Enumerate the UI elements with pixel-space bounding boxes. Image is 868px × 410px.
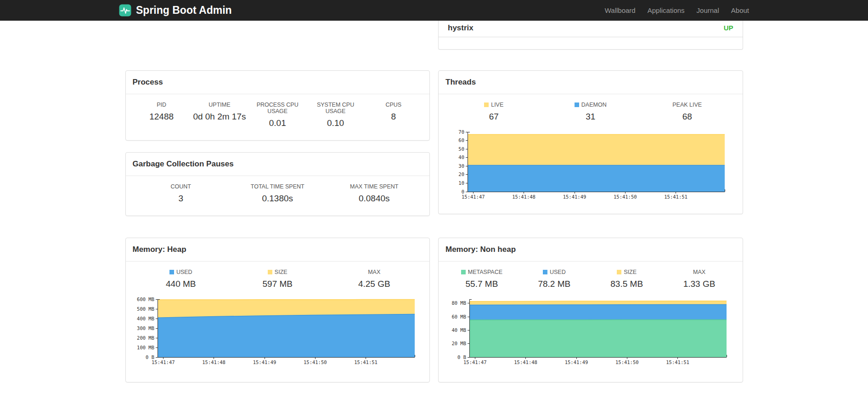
gc-panel-title: Garbage Collection Pauses [126,153,430,176]
heap-chart-container: 0 B100 MB200 MB300 MB400 MB500 MB600 MB1… [133,296,423,367]
legend-swatch-used [169,270,174,274]
svg-text:15:41:50: 15:41:50 [614,194,637,199]
metric-pid: PID 12488 [133,102,191,128]
svg-text:40: 40 [458,154,464,160]
svg-text:20: 20 [458,171,464,177]
svg-text:15:41:47: 15:41:47 [152,359,175,365]
metric-label: DAEMON [542,102,639,108]
threads-chart: 01020304050607015:41:4715:41:4815:41:491… [449,128,732,202]
threads-metrics: LIVE 67 DAEMON 31 PEAK LIVE 68 [445,102,736,122]
top-left-spacer [125,21,430,50]
metric-value: 0.01 [248,118,306,128]
legend-swatch-size [617,270,621,274]
legend-swatch-metaspace [461,270,466,274]
metric-value: 597 MB [229,279,326,289]
row-main: Process PID 12488 UPTIME 0d 0h 2m 17s [125,70,743,216]
svg-text:500 MB: 500 MB [137,306,154,312]
application-name[interactable]: hystrix [448,23,473,33]
svg-text:0 B: 0 B [146,354,154,360]
svg-text:30: 30 [458,163,464,169]
svg-text:15:41:49: 15:41:49 [563,194,586,199]
metric-label: USED [518,269,591,275]
page: Spring Boot Admin Wallboard Applications… [0,0,868,410]
metric-gc-total-time: TOTAL TIME SPENT 0.1380s [229,183,326,204]
svg-text:80 MB: 80 MB [451,300,466,306]
metric-label: PROCESS CPU USAGE [248,102,306,114]
metric-nonheap-metaspace: METASPACE 55.7 MB [445,269,518,289]
metric-value: 0.10 [306,118,364,128]
metric-label: PEAK LIVE [639,102,736,108]
metric-label: MAX [663,269,736,275]
legend-swatch-size [268,270,272,274]
gc-panel: Garbage Collection Pauses COUNT 3 TOTAL … [125,152,430,216]
metric-value: 3 [133,194,230,204]
memory-nonheap-panel-title: Memory: Non heap [439,238,743,262]
metric-nonheap-used: USED 78.2 MB [518,269,591,289]
metric-label: SIZE [229,269,326,275]
nav-link-wallboard[interactable]: Wallboard [605,6,636,14]
legend-swatch-live [484,102,489,107]
metric-gc-count: COUNT 3 [133,183,230,204]
nav-link-journal[interactable]: Journal [697,6,719,14]
svg-text:300 MB: 300 MB [137,325,154,331]
metric-value: 67 [445,112,542,122]
metric-value: 31 [542,112,639,122]
metric-label: COUNT [133,183,230,190]
spring-boot-admin-logo-icon [119,4,131,17]
metric-nonheap-max: MAX 1.33 GB [663,269,736,289]
metric-value: 12488 [133,112,191,122]
nav-link-applications[interactable]: Applications [648,6,685,14]
nav-link-about[interactable]: About [731,6,749,14]
svg-text:40 MB: 40 MB [451,327,466,333]
applications-panel: hystrix UP [438,21,743,50]
metric-label: UPTIME [191,102,248,108]
metric-uptime: UPTIME 0d 0h 2m 17s [191,102,248,128]
svg-text:60 MB: 60 MB [451,314,466,319]
metric-heap-used: USED 440 MB [133,269,230,289]
svg-text:50: 50 [458,146,464,152]
metric-nonheap-size: SIZE 83.5 MB [591,269,663,289]
brand-title: Spring Boot Admin [136,4,232,17]
metric-label: TOTAL TIME SPENT [229,183,326,190]
process-panel: Process PID 12488 UPTIME 0d 0h 2m 17s [125,70,430,141]
metric-system-cpu-usage: SYSTEM CPU USAGE 0.10 [306,102,364,128]
metric-value: 68 [639,112,736,122]
svg-text:10: 10 [458,180,464,186]
svg-text:400 MB: 400 MB [137,316,154,321]
svg-text:15:41:49: 15:41:49 [253,359,276,365]
metric-value: 78.2 MB [518,279,591,289]
metric-label: CPUS [365,102,423,108]
nonheap-chart-container: 0 B20 MB40 MB60 MB80 MB15:41:4715:41:481… [445,296,736,367]
svg-text:15:41:51: 15:41:51 [355,359,378,365]
memory-nonheap-chart: 0 B20 MB40 MB60 MB80 MB15:41:4715:41:481… [447,296,734,367]
metric-label: LIVE [445,102,542,108]
svg-text:70: 70 [458,129,464,135]
metric-value: 440 MB [133,279,230,289]
metric-label: USED [133,269,230,275]
row-top: hystrix UP [125,21,743,50]
brand-link[interactable]: Spring Boot Admin [119,4,232,17]
gc-metrics: COUNT 3 TOTAL TIME SPENT 0.1380s MAX TIM… [133,183,423,204]
threads-chart-container: 01020304050607015:41:4715:41:4815:41:491… [445,128,736,202]
threads-panel-title: Threads [439,71,743,94]
metric-value: 0.0840s [326,194,423,204]
metric-value: 8 [365,112,423,122]
svg-text:15:41:48: 15:41:48 [512,194,535,199]
process-metrics: PID 12488 UPTIME 0d 0h 2m 17s PROCESS CP… [133,102,423,128]
metric-label: SIZE [591,269,663,275]
metric-heap-max: MAX 4.25 GB [326,269,423,289]
svg-text:15:41:50: 15:41:50 [615,359,639,365]
svg-text:15:41:48: 15:41:48 [203,359,226,365]
svg-text:15:41:47: 15:41:47 [463,359,487,365]
legend-swatch-used [543,270,547,274]
svg-text:15:41:51: 15:41:51 [664,194,688,199]
svg-text:60: 60 [458,137,464,143]
content: hystrix UP Process PID 12488 [125,21,743,382]
navbar: Spring Boot Admin Wallboard Applications… [0,0,868,21]
svg-text:20 MB: 20 MB [451,341,466,346]
metric-threads-peak-live: PEAK LIVE 68 [639,102,736,122]
svg-text:15:41:49: 15:41:49 [564,359,588,365]
metric-value: 83.5 MB [591,279,663,289]
application-row[interactable]: hystrix UP [439,21,743,37]
metric-threads-daemon: DAEMON 31 [542,102,639,122]
